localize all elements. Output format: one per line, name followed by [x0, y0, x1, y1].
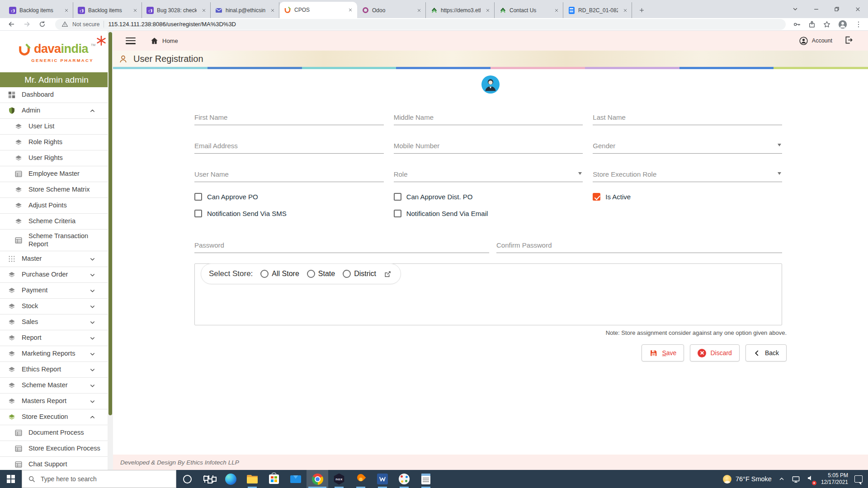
checkbox-can-approve-dist-po[interactable]: Can Approve Dist. PO: [394, 190, 583, 204]
restore-button[interactable]: [826, 0, 847, 18]
close-button[interactable]: [847, 0, 868, 18]
sidebar-item-stock[interactable]: Stock: [0, 299, 108, 314]
tab-backlog-1[interactable]: Backlog items: [5, 2, 73, 18]
notepad-icon[interactable]: [415, 470, 437, 488]
radio-icon[interactable]: [307, 270, 315, 278]
omnibox[interactable]: Not secure 115.124.111.238:8086/user/reg…: [55, 19, 786, 30]
paint-icon[interactable]: [393, 470, 415, 488]
checkbox-is-active[interactable]: Is Active: [593, 190, 782, 204]
sidebar-item-scheme-master[interactable]: Scheme Master: [0, 378, 108, 394]
sidebar-item-ethics-report[interactable]: Ethics Report: [0, 362, 108, 378]
radio-all-store[interactable]: All Store: [260, 270, 299, 278]
edge-icon[interactable]: [220, 470, 241, 488]
radio-icon[interactable]: [260, 270, 269, 278]
checkbox-checked-icon[interactable]: [593, 193, 600, 201]
checkbox-notification-email[interactable]: Notification Send Via Email: [394, 206, 583, 221]
action-center-icon[interactable]: [854, 475, 863, 483]
sidebar-item-document-process[interactable]: Document Process: [0, 425, 108, 441]
account-nav[interactable]: Account: [799, 36, 832, 46]
tab-close-icon[interactable]: [62, 6, 70, 14]
sidebar-scrollbar[interactable]: [108, 31, 113, 470]
checkbox-icon[interactable]: [394, 193, 401, 201]
sidebar-item-masters-report[interactable]: Masters Report: [0, 394, 108, 409]
volume-muted-icon[interactable]: x: [807, 474, 815, 484]
mobile-field[interactable]: [394, 133, 583, 154]
discard-button[interactable]: Discard: [690, 344, 739, 361]
gender-select[interactable]: [593, 133, 782, 154]
email-field[interactable]: [194, 133, 384, 154]
tab-search-icon[interactable]: [785, 0, 806, 18]
cortana-icon[interactable]: [176, 470, 198, 488]
last-name-field[interactable]: [593, 104, 782, 125]
radio-state[interactable]: State: [307, 270, 335, 278]
username-field[interactable]: [194, 161, 384, 182]
tab-backlog-2[interactable]: Backlog items: [73, 2, 142, 18]
start-button[interactable]: [0, 470, 22, 488]
tray-chevron-up-icon[interactable]: [778, 475, 785, 483]
microsoft-store-icon[interactable]: [263, 470, 285, 488]
flame-app-icon[interactable]: [350, 470, 372, 488]
tab-close-icon[interactable]: [415, 6, 423, 14]
role-select[interactable]: [394, 161, 583, 182]
sidebar-item-marketing-reports[interactable]: Marketing Reports: [0, 346, 108, 362]
sidebar-item-scheme-criteria[interactable]: Scheme Criteria: [0, 214, 108, 230]
minimize-button[interactable]: [806, 0, 826, 18]
sidebar-item-report[interactable]: Report: [0, 330, 108, 346]
reload-icon[interactable]: [36, 19, 48, 30]
radio-district[interactable]: District: [343, 270, 376, 278]
tab-rd-doc[interactable]: RD_B2C_01-082021- B: [563, 2, 632, 18]
sidebar-item-user-rights[interactable]: User Rights: [0, 150, 108, 166]
password-key-icon[interactable]: [793, 20, 801, 28]
external-link-icon[interactable]: [384, 270, 392, 278]
checkbox-icon[interactable]: [194, 210, 202, 217]
taskbar-clock[interactable]: 5:05 PM 12/17/2021: [821, 472, 848, 486]
mail-app-icon[interactable]: [285, 470, 307, 488]
share-icon[interactable]: [808, 20, 816, 28]
store-execution-role-select[interactable]: [593, 161, 782, 182]
sidebar-item-dashboard[interactable]: Dashboard: [0, 87, 108, 103]
tab-close-icon[interactable]: [200, 6, 208, 14]
nox-player-icon[interactable]: nox: [328, 470, 350, 488]
forward-icon[interactable]: [21, 19, 33, 30]
taskbar-search[interactable]: Type here to search: [22, 470, 176, 488]
chrome-icon[interactable]: [307, 470, 328, 488]
sidebar-item-adjust-points[interactable]: Adjust Points: [0, 198, 108, 214]
task-view-icon[interactable]: [198, 470, 220, 488]
tab-mail[interactable]: hinal.p@ethicsinfotech: [211, 2, 279, 18]
password-field[interactable]: [194, 232, 489, 253]
tab-close-icon[interactable]: [621, 6, 629, 14]
radio-icon[interactable]: [343, 270, 351, 278]
tab-demo3[interactable]: https://demo3.ethicsin: [426, 2, 495, 18]
sidebar-item-master[interactable]: Master: [0, 251, 108, 267]
weather-widget[interactable]: 76°F Smoke: [723, 475, 772, 483]
profile-avatar-icon[interactable]: [838, 19, 848, 29]
checkbox-notification-sms[interactable]: Notification Send Via SMS: [194, 206, 384, 221]
sidebar-item-user-list[interactable]: User List: [0, 119, 108, 135]
checkbox-icon[interactable]: [394, 210, 401, 217]
tab-bug-3028[interactable]: Bug 3028: check spell: [142, 2, 211, 18]
sidebar-item-employee-master[interactable]: Employee Master: [0, 166, 108, 182]
sidebar-item-sales[interactable]: Sales: [0, 314, 108, 330]
tab-odoo[interactable]: Odoo: [357, 2, 426, 18]
chrome-menu-icon[interactable]: [854, 20, 863, 28]
bookmark-star-icon[interactable]: [823, 20, 831, 28]
confirm-password-field[interactable]: [496, 232, 782, 253]
file-explorer-icon[interactable]: [241, 470, 263, 488]
tab-close-icon[interactable]: [269, 6, 276, 14]
first-name-field[interactable]: [194, 104, 384, 125]
tab-close-icon[interactable]: [552, 6, 560, 14]
tab-close-icon[interactable]: [131, 6, 139, 14]
back-button[interactable]: Back: [745, 344, 787, 361]
sidebar-item-admin[interactable]: Admin: [0, 103, 108, 119]
tab-close-icon[interactable]: [484, 6, 491, 14]
sidebar-item-store-scheme-matrix[interactable]: Store Scheme Matrix: [0, 182, 108, 198]
sidebar-item-role-rights[interactable]: Role Rights: [0, 135, 108, 150]
tab-cpos-active[interactable]: CPOS: [279, 2, 357, 18]
middle-name-field[interactable]: [394, 104, 583, 125]
tab-contact-us[interactable]: Contact Us: [495, 2, 563, 18]
sidebar-scrollbar-thumb[interactable]: [108, 32, 112, 415]
sidebar-item-store-execution[interactable]: Store Execution: [0, 409, 108, 425]
sidebar-item-purchase-order[interactable]: Purchase Order: [0, 267, 108, 283]
checkbox-icon[interactable]: [194, 193, 202, 201]
logout-icon[interactable]: [844, 35, 854, 47]
